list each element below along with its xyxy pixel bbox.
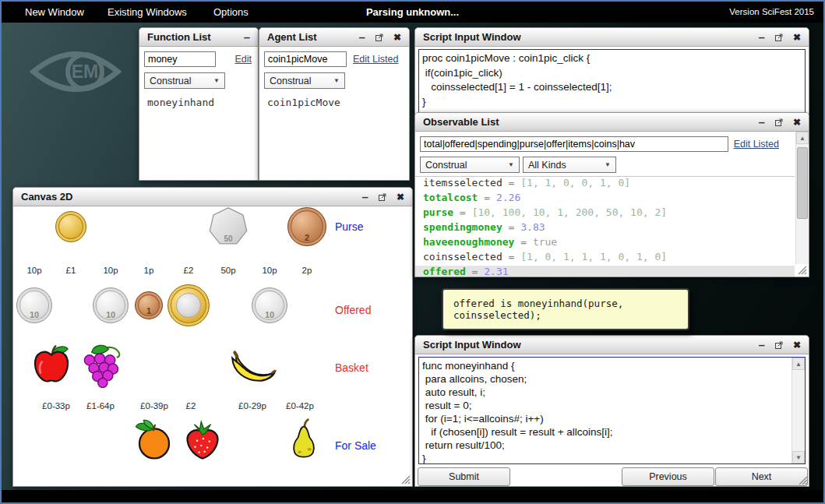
orange-icon[interactable] [132, 417, 177, 462]
coin-1p[interactable]: 1 [135, 291, 163, 319]
denomination-label: 1p [144, 266, 154, 275]
price-label: £0-42p [286, 401, 314, 411]
menu-existing-windows[interactable]: Existing Windows [108, 6, 187, 18]
menu-new-window[interactable]: New Window [25, 6, 84, 18]
resize-handle-icon[interactable] [797, 474, 808, 485]
window-title: Canvas 2D [21, 191, 72, 203]
observable-value: [10, 100, 10, 1, 200, 50, 10, 2] [472, 206, 667, 218]
row-label-offered: Offered [335, 304, 371, 316]
agent-list-item[interactable]: coin1picMove [267, 95, 406, 111]
observable-value: 2.31 [484, 266, 508, 277]
observable-name: itemsselected [423, 177, 502, 189]
close-icon[interactable]: ✖ [793, 340, 801, 351]
function-list-window: Function List – Edit Construal ▼ moneyin… [139, 27, 259, 181]
function-edit-link[interactable]: Edit [234, 54, 252, 65]
observable-row[interactable]: offered = 2.31 [415, 266, 795, 277]
minimize-icon[interactable]: – [362, 193, 368, 201]
observable-name: totalcost [423, 192, 478, 203]
previous-button[interactable]: Previous [622, 467, 714, 486]
observable-row[interactable]: totalcost = 2.26 [415, 192, 795, 206]
coin-10p[interactable]: 10 [16, 287, 52, 323]
version-text: Version SciFest 2015 [729, 7, 814, 16]
script-top-titlebar[interactable]: Script Input Window – ✖ [415, 28, 809, 47]
price-label: £2 [186, 401, 196, 411]
coin-2p[interactable]: 2 [287, 207, 326, 246]
coin-1-pound[interactable] [55, 211, 86, 242]
resize-handle-icon[interactable] [796, 264, 807, 275]
scroll-up-icon[interactable]: ▲ [792, 358, 805, 370]
observable-row[interactable]: purse = [10, 100, 10, 1, 200, 50, 10, 2] [415, 206, 795, 221]
bottom-bar [2, 490, 823, 502]
minimize-icon[interactable]: – [244, 33, 250, 41]
popout-icon[interactable] [775, 341, 783, 349]
scrollbar-thumb[interactable] [797, 147, 808, 219]
strawberry-icon[interactable] [181, 418, 224, 461]
popout-icon[interactable] [379, 193, 386, 201]
scroll-up-icon[interactable]: ▲ [796, 132, 809, 144]
observable-value: 3.83 [520, 221, 545, 233]
observable-filter-input[interactable] [420, 136, 728, 152]
price-label: £0-33p [42, 401, 70, 411]
agent-items: coin1picMove [267, 95, 406, 111]
coin-10p[interactable]: 10 [93, 287, 129, 323]
observable-value: 2.26 [496, 192, 520, 203]
coin-2-pound[interactable] [167, 284, 210, 326]
observable-type-dropdown[interactable]: All Kinds ▼ [523, 157, 616, 173]
coin-10p[interactable]: 10 [252, 287, 287, 323]
scrollbar[interactable]: ▲ [795, 132, 809, 264]
close-icon[interactable]: ✖ [393, 32, 401, 43]
observable-edit-listed-link[interactable]: Edit Listed [734, 139, 779, 150]
agent-kind-dropdown[interactable]: Construal ▼ [264, 72, 345, 89]
agent-edit-listed-link[interactable]: Edit Listed [353, 54, 398, 65]
observable-name: spendingmoney [423, 221, 502, 233]
grapes-icon[interactable] [77, 341, 124, 388]
script-bottom-titlebar[interactable]: Script Input Window – ✖ [415, 336, 809, 354]
minimize-icon[interactable]: – [359, 33, 365, 41]
apple-icon[interactable] [30, 343, 73, 386]
submit-button[interactable]: Submit [418, 467, 510, 486]
denomination-label: 2p [302, 266, 312, 275]
pear-icon[interactable] [281, 417, 326, 462]
banana-icon[interactable] [227, 339, 278, 390]
popout-icon[interactable] [775, 33, 783, 41]
minimize-icon[interactable]: – [759, 341, 765, 349]
chevron-down-icon: ▼ [508, 161, 514, 168]
observable-list-titlebar[interactable]: Observable List – ✖ [415, 113, 809, 132]
agent-list-titlebar[interactable]: Agent List – ✖ [259, 28, 409, 47]
minimize-icon[interactable]: – [759, 118, 765, 126]
observable-row[interactable]: spendingmoney = 3.83 [415, 221, 795, 236]
script-code-top[interactable]: proc coin1picMove : coin1pic_click { if(… [418, 49, 806, 115]
next-button[interactable]: Next [715, 467, 808, 486]
price-label: £1-64p [86, 401, 115, 411]
window-title: Agent List [267, 31, 317, 43]
agent-filter-input[interactable] [264, 51, 347, 67]
function-items: moneyinhand [147, 95, 255, 111]
observable-value: [1, 0, 1, 1, 1, 0, 1, 0] [520, 251, 667, 263]
popout-icon[interactable] [375, 33, 383, 41]
minimize-icon[interactable]: – [759, 33, 765, 41]
observable-row[interactable]: haveenoughmoney = true [415, 236, 795, 251]
scrollbar[interactable]: ▲ ▼ [792, 358, 805, 463]
resize-handle-icon[interactable] [400, 474, 411, 485]
function-list-item[interactable]: moneyinhand [147, 95, 255, 111]
chevron-down-icon: ▼ [213, 77, 220, 84]
script-code-bottom[interactable]: func moneyinhand { para allcoins, chosen… [418, 357, 806, 464]
close-icon[interactable]: ✖ [793, 117, 801, 128]
denomination-label: £1 [66, 266, 76, 275]
script-input-window-bottom: Script Input Window – ✖ func moneyinhand… [414, 335, 809, 487]
scroll-down-icon[interactable]: ▼ [792, 451, 805, 463]
popout-icon[interactable] [775, 118, 783, 126]
menu-options[interactable]: Options [213, 6, 249, 18]
function-filter-input[interactable] [144, 51, 216, 67]
observable-kind-dropdown[interactable]: Construal ▼ [420, 157, 520, 173]
function-kind-dropdown[interactable]: Construal ▼ [144, 72, 225, 89]
observable-row[interactable]: coinsselected = [1, 0, 1, 1, 1, 0, 1, 0] [415, 251, 795, 266]
canvas-titlebar[interactable]: Canvas 2D – ✖ [13, 188, 412, 206]
close-icon[interactable]: ✖ [793, 32, 801, 43]
close-icon[interactable]: ✖ [397, 192, 404, 203]
dropdown-value: Construal [150, 76, 192, 86]
coin-50p[interactable]: 50 [209, 207, 248, 246]
function-list-titlebar[interactable]: Function List – [139, 28, 258, 47]
em-logo-text: EM [72, 62, 99, 82]
observable-row[interactable]: itemsselected = [1, 1, 0, 0, 1, 0] [415, 177, 795, 192]
